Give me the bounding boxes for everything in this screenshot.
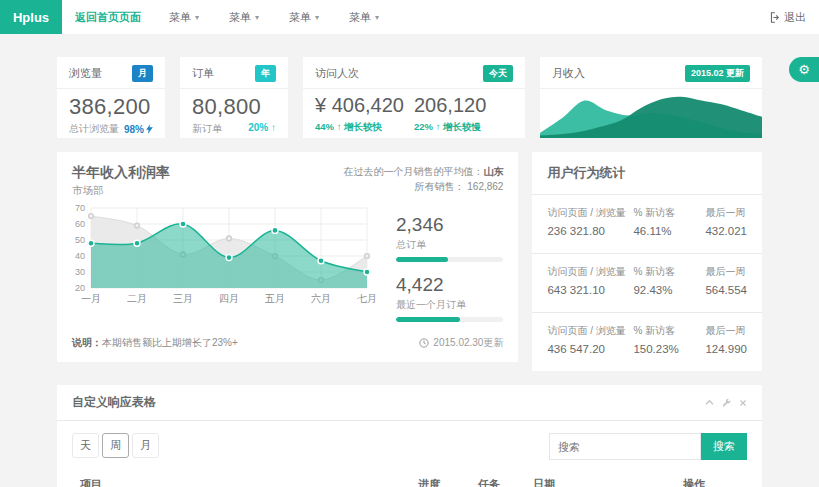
month-orders-value: 4,422 <box>396 274 503 296</box>
svg-text:四月: 四月 <box>219 293 239 304</box>
col-header-task: 任务 <box>470 470 525 487</box>
svg-text:二月: 二月 <box>127 293 147 304</box>
nav-menu-3[interactable]: 菜单▾ <box>274 0 334 34</box>
note-text: 本期销售额比上期增长了23%+ <box>102 337 238 348</box>
stat-label: 最后一周 <box>705 265 747 279</box>
nav-home-link[interactable]: 返回首页页面 <box>62 0 154 34</box>
avg-value: 山东 <box>483 166 503 177</box>
stat-label: % 新访客 <box>633 206 705 220</box>
stat-value: 236 321.80 <box>547 224 633 240</box>
card-stat: 22% ↑ 增长较慢 <box>414 121 513 134</box>
collapse-button[interactable] <box>705 398 714 407</box>
search-input[interactable] <box>549 433 701 460</box>
nav-menu-label: 菜单 <box>349 10 371 25</box>
stat-value: 432.021 <box>705 224 747 240</box>
avg-label: 在过去的一个月销售的平均值： <box>343 166 483 177</box>
card-title: 订单 <box>192 66 214 81</box>
stat-value: 436 547.20 <box>547 342 633 358</box>
profit-rate-panel: 半年收入利润率 市场部 在过去的一个月销售的平均值：山东 所有销售： 162,8… <box>57 152 518 362</box>
card-value: ¥ 406,420 <box>315 94 414 117</box>
stat-label: 访问页面 / 浏览量 <box>547 324 633 338</box>
bolt-icon <box>146 124 153 134</box>
stat-value: 150.23% <box>633 342 705 358</box>
card-title: 访问人次 <box>315 66 359 81</box>
card-sublabel: 总计浏览量 <box>69 122 119 136</box>
tab-week[interactable]: 周 <box>102 433 129 458</box>
stat-label: % 新访客 <box>633 265 705 279</box>
chevron-down-icon: ▾ <box>315 13 319 22</box>
tab-month[interactable]: 月 <box>132 433 159 458</box>
period-badge: 年 <box>255 65 276 82</box>
stat-label: 访问页面 / 浏览量 <box>547 265 633 279</box>
clock-icon <box>419 338 429 348</box>
svg-text:一月: 一月 <box>81 293 101 304</box>
svg-text:七月: 七月 <box>357 293 377 304</box>
panel-title: 用户行为统计 <box>532 152 762 195</box>
panel-summary: 在过去的一个月销售的平均值：山东 所有销售： 162,862 <box>343 164 503 198</box>
chevron-down-icon: ▾ <box>375 13 379 22</box>
svg-text:六月: 六月 <box>311 293 331 304</box>
top-navbar: Hplus 返回首页页面 菜单▾ 菜单▾ 菜单▾ 菜单▾ 退出 <box>0 0 819 34</box>
close-button[interactable] <box>739 399 747 407</box>
level-up-icon: ↑ <box>271 122 276 133</box>
stat-card-row: 浏览量 月 386,200 总计浏览量 98% 订单 年 80,800 新订单 <box>57 57 762 138</box>
logout-button[interactable]: 退出 <box>755 0 819 34</box>
svg-text:30: 30 <box>75 267 85 277</box>
card-visits: 访问人次 今天 ¥ 406,420 44% ↑ 增长较快 206,120 22%… <box>303 57 525 138</box>
panel-subtitle: 市场部 <box>72 184 170 198</box>
stat-value: 643 321.10 <box>547 283 633 299</box>
svg-text:70: 70 <box>75 203 85 213</box>
user-stats-row: 访问页面 / 浏览量236 321.80 % 新访客46.11% 最后一周432… <box>532 195 762 254</box>
nav-menu-1[interactable]: 菜单▾ <box>154 0 214 34</box>
card-stat: 98% <box>124 124 144 135</box>
nav-menu-4[interactable]: 菜单▾ <box>334 0 394 34</box>
panel-title: 自定义响应表格 <box>72 394 156 411</box>
logout-label: 退出 <box>784 10 806 25</box>
close-icon <box>739 399 747 407</box>
stat-value: 124.990 <box>705 342 747 358</box>
config-button[interactable] <box>722 398 731 407</box>
user-stats-row: 访问页面 / 浏览量643 321.10 % 新访客92.43% 最后一周564… <box>532 254 762 313</box>
svg-text:40: 40 <box>75 251 85 261</box>
sales-value: 162,862 <box>467 181 503 192</box>
total-orders-progress <box>396 257 503 262</box>
chevron-down-icon: ▾ <box>195 13 199 22</box>
svg-text:50: 50 <box>75 235 85 245</box>
total-orders-label: 总订单 <box>396 238 503 252</box>
stat-label: 最后一周 <box>705 324 747 338</box>
nav-menu-2[interactable]: 菜单▾ <box>214 0 274 34</box>
chevron-down-icon: ▾ <box>255 13 259 22</box>
card-value: 386,200 <box>69 94 153 120</box>
card-monthly-income: 月收入 2015.02 更新 <box>540 57 762 138</box>
col-header-date: 日期 <box>525 470 675 487</box>
chevron-up-icon <box>705 398 714 407</box>
stat-label: % 新访客 <box>633 324 705 338</box>
responsive-table-panel: 自定义响应表格 天 周 月 搜索 <box>57 385 762 487</box>
card-orders: 订单 年 80,800 新订单 20% ↑ <box>180 57 288 138</box>
svg-text:20: 20 <box>75 283 85 293</box>
panel-note: 说明：本期销售额比上期增长了23%+ <box>72 336 238 350</box>
nav-menu-label: 菜单 <box>169 10 191 25</box>
settings-gear-button[interactable]: ⚙ <box>789 57 819 82</box>
gear-icon: ⚙ <box>798 62 810 77</box>
panel-title: 半年收入利润率 <box>72 164 170 182</box>
note-label: 说明： <box>72 337 102 348</box>
stat-label: 最后一周 <box>705 206 747 220</box>
nav-menu-label: 菜单 <box>289 10 311 25</box>
card-stat: 20% <box>248 122 268 133</box>
nav-menu-label: 菜单 <box>229 10 251 25</box>
search-button[interactable]: 搜索 <box>701 433 747 460</box>
updated-text: 2015.02.30更新 <box>433 336 503 350</box>
col-header-project: 项目 <box>72 470 410 487</box>
period-badge: 今天 <box>483 65 513 82</box>
col-header-action: 操作 <box>675 470 747 487</box>
projects-table: 项目 进度 任务 日期 操作 米莫说 | MiMO Show 20% 2014.… <box>72 470 747 487</box>
income-mini-chart <box>540 89 762 138</box>
stat-value: 46.11% <box>633 224 705 240</box>
sign-out-icon <box>768 12 779 23</box>
tab-day[interactable]: 天 <box>72 433 99 458</box>
month-orders-progress <box>396 317 503 322</box>
card-title: 浏览量 <box>69 66 102 81</box>
sales-label: 所有销售： <box>414 181 464 192</box>
brand-logo[interactable]: Hplus <box>0 0 62 34</box>
